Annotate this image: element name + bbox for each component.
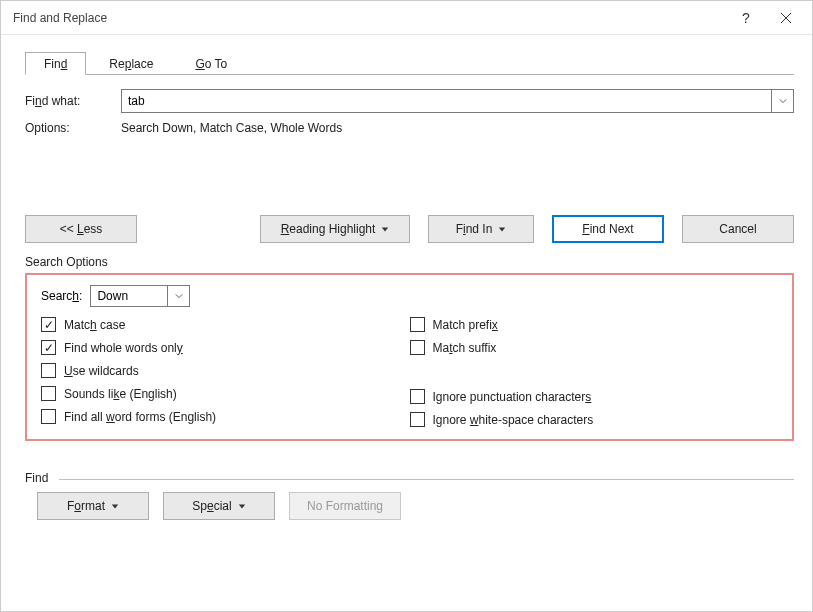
options-value: Search Down, Match Case, Whole Words	[121, 121, 342, 135]
caret-down-icon	[381, 222, 389, 236]
checkbox-icon	[410, 317, 425, 332]
search-options-box: Search: Match case Find whole	[25, 273, 794, 441]
sounds-like-checkbox[interactable]: Sounds like (English)	[41, 386, 410, 401]
no-formatting-button[interactable]: No Formatting	[289, 492, 401, 520]
svg-marker-3	[238, 504, 244, 508]
find-what-input[interactable]	[121, 89, 772, 113]
close-button[interactable]	[766, 4, 806, 32]
less-button[interactable]: << Less	[25, 215, 137, 243]
find-what-dropdown[interactable]	[772, 89, 794, 113]
checkbox-icon	[410, 412, 425, 427]
find-legend: Find	[25, 471, 54, 485]
match-case-checkbox[interactable]: Match case	[41, 317, 410, 332]
match-suffix-checkbox[interactable]: Match suffix	[410, 340, 779, 355]
tab-strip: Find Replace Go To	[25, 51, 794, 75]
wildcards-checkbox[interactable]: Use wildcards	[41, 363, 410, 378]
find-footer-group: Find Format Special No Formatting	[25, 479, 794, 520]
options-label: Options:	[25, 121, 121, 135]
ignore-whitespace-checkbox[interactable]: Ignore white-space characters	[410, 412, 779, 427]
options-row: Options: Search Down, Match Case, Whole …	[25, 121, 794, 135]
svg-marker-0	[382, 227, 388, 231]
search-direction-select[interactable]	[90, 285, 168, 307]
caret-down-icon	[238, 499, 246, 513]
ignore-punct-checkbox[interactable]: Ignore punctuation characters	[410, 389, 779, 404]
caret-down-icon	[111, 499, 119, 513]
checkbox-icon	[41, 340, 56, 355]
special-button[interactable]: Special	[163, 492, 275, 520]
tab-replace[interactable]: Replace	[90, 52, 172, 75]
search-direction-dropdown[interactable]	[168, 285, 190, 307]
checkbox-icon	[41, 363, 56, 378]
checkbox-icon	[41, 409, 56, 424]
search-options-label: Search Options	[25, 255, 794, 269]
format-button[interactable]: Format	[37, 492, 149, 520]
window-title: Find and Replace	[13, 11, 726, 25]
find-replace-dialog: Find and Replace ? Find Replace Go To Fi…	[0, 0, 813, 612]
titlebar: Find and Replace ?	[1, 1, 812, 35]
cancel-button[interactable]: Cancel	[682, 215, 794, 243]
reading-highlight-button[interactable]: Reading Highlight	[260, 215, 410, 243]
checkbox-icon	[410, 389, 425, 404]
whole-words-checkbox[interactable]: Find whole words only	[41, 340, 410, 355]
tab-goto[interactable]: Go To	[176, 52, 246, 75]
search-direction-label: Search:	[41, 289, 82, 303]
tab-find[interactable]: Find	[25, 52, 86, 75]
svg-marker-1	[499, 227, 505, 231]
find-in-button[interactable]: Find In	[428, 215, 534, 243]
find-what-row: Find what:	[25, 89, 794, 113]
match-prefix-checkbox[interactable]: Match prefix	[410, 317, 779, 332]
svg-marker-2	[112, 504, 118, 508]
main-button-row: << Less Reading Highlight Find In Find N…	[25, 215, 794, 243]
checkbox-icon	[41, 386, 56, 401]
caret-down-icon	[498, 222, 506, 236]
word-forms-checkbox[interactable]: Find all word forms (English)	[41, 409, 410, 424]
dialog-content: Find Replace Go To Find what: Options: S…	[1, 35, 812, 611]
checkbox-icon	[41, 317, 56, 332]
help-button[interactable]: ?	[726, 4, 766, 32]
find-next-button[interactable]: Find Next	[552, 215, 664, 243]
find-what-label: Find what:	[25, 94, 121, 108]
checkbox-icon	[410, 340, 425, 355]
